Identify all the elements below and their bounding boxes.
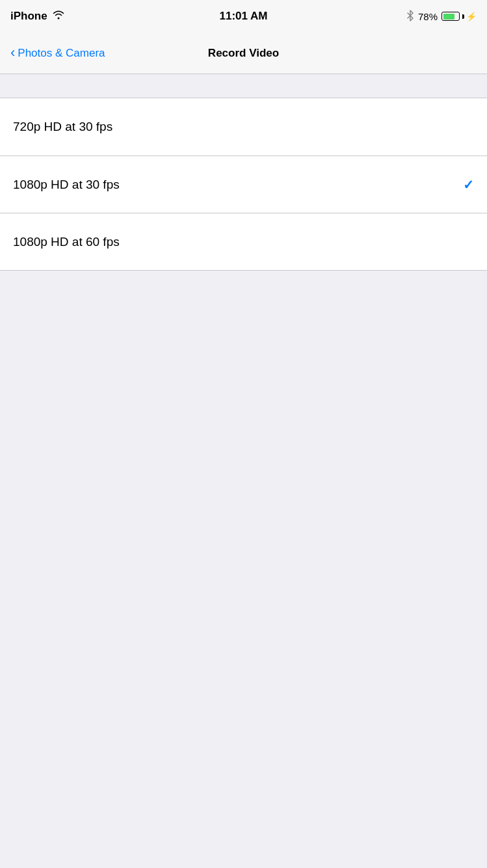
back-button[interactable]: ‹ Photos & Camera [10,47,105,60]
status-bar-left: iPhone [10,10,64,23]
checkmark-icon: ✓ [463,177,474,193]
device-name: iPhone [10,10,47,23]
wifi-icon [53,10,64,22]
status-bar: iPhone 11:01 AM 78% ⚡ [0,0,487,33]
battery-indicator: ⚡ [441,12,477,21]
page-title: Record Video [208,47,279,60]
content-background [0,271,487,868]
charging-icon: ⚡ [466,12,477,21]
battery-percent: 78% [418,11,438,22]
option-1080p30[interactable]: 1080p HD at 30 fps ✓ [0,156,487,213]
section-gap-top [0,74,487,98]
battery-fill [443,14,455,20]
back-chevron-icon: ‹ [10,46,15,60]
nav-bar: ‹ Photos & Camera Record Video [0,33,487,74]
bluetooth-icon [406,10,414,23]
option-1080p60[interactable]: 1080p HD at 60 fps [0,213,487,270]
battery-tip [462,14,464,19]
back-label: Photos & Camera [18,47,105,60]
option-720p30-label: 720p HD at 30 fps [13,120,112,134]
option-720p30[interactable]: 720p HD at 30 fps [0,98,487,156]
status-time: 11:01 AM [219,10,267,23]
video-quality-list: 720p HD at 30 fps 1080p HD at 30 fps ✓ 1… [0,98,487,271]
option-1080p60-label: 1080p HD at 60 fps [13,235,120,249]
option-1080p30-label: 1080p HD at 30 fps [13,178,120,192]
battery-body [441,12,460,21]
status-bar-right: 78% ⚡ [406,10,477,23]
